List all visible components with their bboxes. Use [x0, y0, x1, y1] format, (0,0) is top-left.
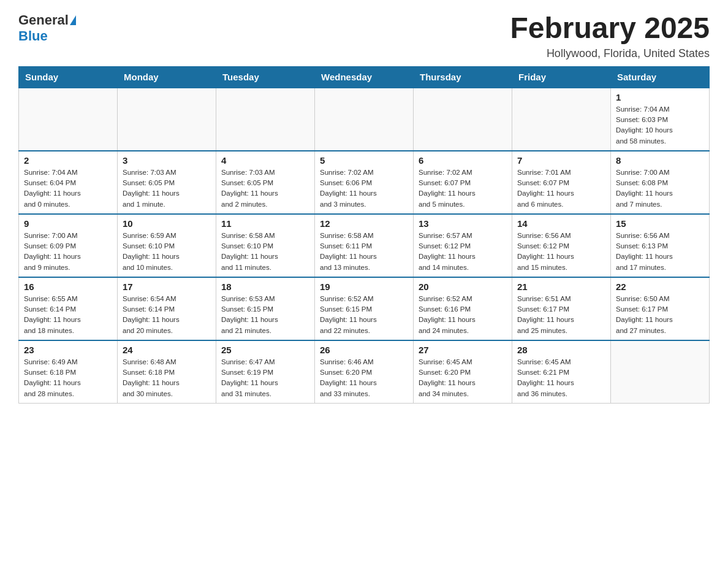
calendar-cell: 3Sunrise: 7:03 AMSunset: 6:05 PMDaylight… [118, 151, 216, 214]
day-number: 4 [221, 155, 309, 166]
calendar-cell: 4Sunrise: 7:03 AMSunset: 6:05 PMDaylight… [216, 151, 315, 214]
day-number: 28 [517, 345, 605, 355]
day-header-monday: Monday [118, 66, 216, 88]
calendar-week-5: 23Sunrise: 6:49 AMSunset: 6:18 PMDayligh… [19, 340, 710, 404]
calendar-cell: 21Sunrise: 6:51 AMSunset: 6:17 PMDayligh… [512, 277, 611, 340]
day-header-thursday: Thursday [414, 66, 512, 88]
day-number: 2 [24, 155, 112, 166]
calendar-cell: 27Sunrise: 6:45 AMSunset: 6:20 PMDayligh… [414, 340, 512, 404]
day-info: Sunrise: 7:03 AMSunset: 6:05 PMDaylight:… [123, 167, 211, 210]
calendar-cell [118, 88, 216, 151]
day-number: 10 [123, 218, 211, 229]
page-header: General Blue February 2025 Hollywood, Fl… [18, 12, 710, 60]
day-number: 5 [320, 155, 408, 166]
day-header-wednesday: Wednesday [315, 66, 414, 88]
day-number: 24 [123, 345, 211, 355]
day-info: Sunrise: 6:45 AMSunset: 6:21 PMDaylight:… [517, 357, 605, 399]
calendar-cell: 10Sunrise: 6:59 AMSunset: 6:10 PMDayligh… [118, 214, 216, 277]
day-info: Sunrise: 6:58 AMSunset: 6:11 PMDaylight:… [320, 231, 408, 273]
calendar-cell: 17Sunrise: 6:54 AMSunset: 6:14 PMDayligh… [118, 277, 216, 340]
logo-general-text: General [18, 12, 69, 28]
day-number: 26 [320, 345, 408, 355]
day-info: Sunrise: 7:03 AMSunset: 6:05 PMDaylight:… [221, 167, 309, 210]
page-title: February 2025 [510, 12, 710, 45]
calendar-table: SundayMondayTuesdayWednesdayThursdayFrid… [18, 66, 710, 404]
calendar-cell: 26Sunrise: 6:46 AMSunset: 6:20 PMDayligh… [315, 340, 414, 404]
day-info: Sunrise: 6:56 AMSunset: 6:13 PMDaylight:… [616, 231, 704, 273]
calendar-cell: 9Sunrise: 7:00 AMSunset: 6:09 PMDaylight… [19, 214, 118, 277]
calendar-cell: 28Sunrise: 6:45 AMSunset: 6:21 PMDayligh… [512, 340, 611, 404]
calendar-cell: 2Sunrise: 7:04 AMSunset: 6:04 PMDaylight… [19, 151, 118, 214]
day-info: Sunrise: 6:57 AMSunset: 6:12 PMDaylight:… [419, 231, 507, 273]
day-info: Sunrise: 6:59 AMSunset: 6:10 PMDaylight:… [123, 231, 211, 273]
day-info: Sunrise: 7:04 AMSunset: 6:04 PMDaylight:… [24, 167, 112, 210]
day-header-sunday: Sunday [19, 66, 118, 88]
calendar-week-1: 1Sunrise: 7:04 AMSunset: 6:03 PMDaylight… [19, 88, 710, 151]
day-info: Sunrise: 6:50 AMSunset: 6:17 PMDaylight:… [616, 294, 704, 336]
day-number: 19 [320, 282, 408, 292]
day-number: 7 [517, 155, 605, 166]
calendar-week-2: 2Sunrise: 7:04 AMSunset: 6:04 PMDaylight… [19, 151, 710, 214]
day-number: 16 [24, 282, 112, 292]
day-info: Sunrise: 6:52 AMSunset: 6:16 PMDaylight:… [419, 294, 507, 336]
calendar-cell: 14Sunrise: 6:56 AMSunset: 6:12 PMDayligh… [512, 214, 611, 277]
day-info: Sunrise: 6:56 AMSunset: 6:12 PMDaylight:… [517, 231, 605, 273]
day-info: Sunrise: 6:46 AMSunset: 6:20 PMDaylight:… [320, 357, 408, 399]
day-number: 23 [24, 345, 112, 355]
day-header-saturday: Saturday [611, 66, 710, 88]
day-header-friday: Friday [512, 66, 611, 88]
calendar-cell: 8Sunrise: 7:00 AMSunset: 6:08 PMDaylight… [611, 151, 710, 214]
day-info: Sunrise: 6:54 AMSunset: 6:14 PMDaylight:… [123, 294, 211, 336]
calendar-header-row: SundayMondayTuesdayWednesdayThursdayFrid… [19, 66, 710, 88]
calendar-cell [216, 88, 315, 151]
calendar-cell: 7Sunrise: 7:01 AMSunset: 6:07 PMDaylight… [512, 151, 611, 214]
title-block: February 2025 Hollywood, Florida, United… [510, 12, 710, 60]
day-info: Sunrise: 7:01 AMSunset: 6:07 PMDaylight:… [517, 167, 605, 210]
calendar-cell: 16Sunrise: 6:55 AMSunset: 6:14 PMDayligh… [19, 277, 118, 340]
day-info: Sunrise: 6:47 AMSunset: 6:19 PMDaylight:… [221, 357, 309, 399]
day-info: Sunrise: 6:45 AMSunset: 6:20 PMDaylight:… [419, 357, 507, 399]
calendar-cell: 23Sunrise: 6:49 AMSunset: 6:18 PMDayligh… [19, 340, 118, 404]
day-number: 18 [221, 282, 309, 292]
calendar-week-3: 9Sunrise: 7:00 AMSunset: 6:09 PMDaylight… [19, 214, 710, 277]
calendar-week-4: 16Sunrise: 6:55 AMSunset: 6:14 PMDayligh… [19, 277, 710, 340]
day-info: Sunrise: 7:02 AMSunset: 6:06 PMDaylight:… [320, 167, 408, 210]
calendar-cell [315, 88, 414, 151]
day-number: 9 [24, 218, 112, 229]
day-info: Sunrise: 6:48 AMSunset: 6:18 PMDaylight:… [123, 357, 211, 399]
logo-blue-text: Blue [18, 28, 48, 44]
calendar-cell [19, 88, 118, 151]
day-number: 13 [419, 218, 507, 229]
day-info: Sunrise: 6:55 AMSunset: 6:14 PMDaylight:… [24, 294, 112, 336]
calendar-cell: 6Sunrise: 7:02 AMSunset: 6:07 PMDaylight… [414, 151, 512, 214]
day-number: 27 [419, 345, 507, 355]
calendar-cell: 15Sunrise: 6:56 AMSunset: 6:13 PMDayligh… [611, 214, 710, 277]
calendar-cell [611, 340, 710, 404]
calendar-cell: 25Sunrise: 6:47 AMSunset: 6:19 PMDayligh… [216, 340, 315, 404]
day-number: 1 [616, 92, 704, 102]
calendar-cell: 13Sunrise: 6:57 AMSunset: 6:12 PMDayligh… [414, 214, 512, 277]
day-info: Sunrise: 6:52 AMSunset: 6:15 PMDaylight:… [320, 294, 408, 336]
day-info: Sunrise: 6:53 AMSunset: 6:15 PMDaylight:… [221, 294, 309, 336]
day-number: 8 [616, 155, 704, 166]
day-info: Sunrise: 7:00 AMSunset: 6:08 PMDaylight:… [616, 167, 704, 210]
calendar-cell: 22Sunrise: 6:50 AMSunset: 6:17 PMDayligh… [611, 277, 710, 340]
day-info: Sunrise: 7:02 AMSunset: 6:07 PMDaylight:… [419, 167, 507, 210]
day-info: Sunrise: 6:49 AMSunset: 6:18 PMDaylight:… [24, 357, 112, 399]
calendar-cell [414, 88, 512, 151]
day-info: Sunrise: 6:58 AMSunset: 6:10 PMDaylight:… [221, 231, 309, 273]
calendar-cell: 11Sunrise: 6:58 AMSunset: 6:10 PMDayligh… [216, 214, 315, 277]
calendar-cell: 19Sunrise: 6:52 AMSunset: 6:15 PMDayligh… [315, 277, 414, 340]
day-number: 22 [616, 282, 704, 292]
day-info: Sunrise: 7:04 AMSunset: 6:03 PMDaylight:… [616, 104, 704, 147]
day-number: 21 [517, 282, 605, 292]
day-number: 25 [221, 345, 309, 355]
day-number: 17 [123, 282, 211, 292]
calendar-cell: 18Sunrise: 6:53 AMSunset: 6:15 PMDayligh… [216, 277, 315, 340]
calendar-cell: 20Sunrise: 6:52 AMSunset: 6:16 PMDayligh… [414, 277, 512, 340]
calendar-cell [512, 88, 611, 151]
day-number: 15 [616, 218, 704, 229]
day-number: 3 [123, 155, 211, 166]
calendar-cell: 24Sunrise: 6:48 AMSunset: 6:18 PMDayligh… [118, 340, 216, 404]
calendar-cell: 12Sunrise: 6:58 AMSunset: 6:11 PMDayligh… [315, 214, 414, 277]
